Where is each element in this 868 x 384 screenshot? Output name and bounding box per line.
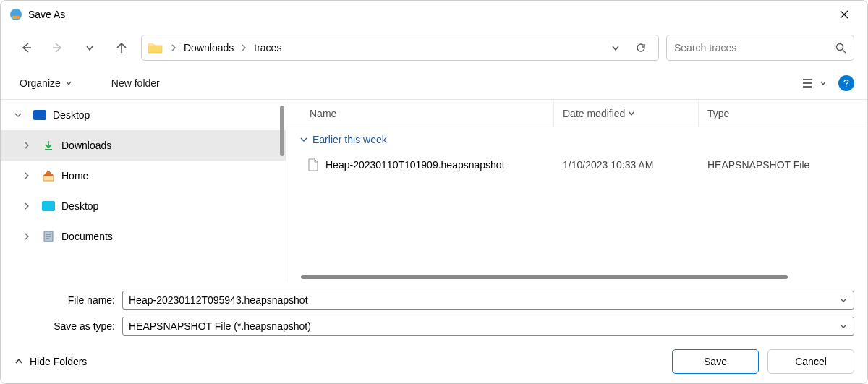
savetype-label: Save as type:	[14, 320, 115, 332]
breadcrumb-traces[interactable]: traces	[250, 42, 286, 54]
savetype-select[interactable]: HEAPSNAPSHOT File (*.heapsnapshot)	[122, 317, 854, 336]
search-input[interactable]	[674, 42, 835, 54]
recent-dropdown[interactable]	[77, 35, 102, 60]
sidebar-item-label: Documents	[61, 231, 113, 242]
scrollbar-thumb[interactable]	[280, 106, 284, 156]
filename-label: File name:	[14, 294, 115, 306]
file-row[interactable]: Heap-20230110T101909.heapsnapshot 1/10/2…	[286, 152, 867, 178]
close-button[interactable]	[830, 4, 859, 25]
documents-icon	[41, 231, 56, 242]
group-header[interactable]: Earlier this week	[286, 127, 867, 152]
save-button[interactable]: Save	[672, 349, 759, 374]
chevron-right-icon[interactable]	[22, 232, 35, 241]
chevron-down-icon[interactable]	[839, 296, 848, 304]
up-button[interactable]	[109, 35, 134, 60]
address-bar[interactable]: Downloads traces	[141, 35, 659, 61]
download-icon	[41, 140, 56, 151]
folder-icon	[148, 41, 163, 54]
sort-desc-icon	[628, 110, 635, 117]
file-list: Name Date modified Type Earlier this wee…	[286, 100, 867, 282]
help-button[interactable]: ?	[838, 75, 854, 91]
file-date: 1/10/2023 10:33 AM	[554, 159, 699, 171]
svg-point-3	[837, 43, 843, 50]
refresh-button[interactable]	[629, 42, 652, 54]
chevron-right-icon[interactable]	[22, 171, 35, 180]
new-folder-button[interactable]: New folder	[106, 74, 166, 92]
hide-folders-button[interactable]: Hide Folders	[14, 356, 87, 367]
file-icon	[308, 158, 318, 171]
sidebar-item-documents[interactable]: Documents	[1, 221, 286, 252]
desktop-icon	[41, 201, 56, 211]
svg-rect-4	[33, 110, 46, 120]
sidebar-item-label: Home	[61, 170, 88, 182]
sidebar-item-home[interactable]: Home	[1, 161, 286, 191]
forward-button[interactable]	[46, 35, 70, 60]
sidebar-item-desktop[interactable]: Desktop	[1, 100, 286, 130]
home-icon	[41, 170, 56, 182]
chevron-down-icon	[299, 135, 308, 144]
horizontal-scrollbar[interactable]	[301, 275, 788, 279]
address-dropdown[interactable]	[605, 43, 626, 53]
organize-label: Organize	[20, 77, 61, 89]
filename-value: Heap-20230112T095943.heapsnapshot	[129, 294, 308, 306]
search-icon[interactable]	[835, 43, 846, 54]
hide-folders-label: Hide Folders	[30, 356, 87, 367]
svg-rect-5	[42, 201, 55, 211]
cancel-button[interactable]: Cancel	[767, 349, 854, 374]
file-name: Heap-20230110T101909.heapsnapshot	[326, 159, 505, 171]
sidebar-item-label: Downloads	[61, 140, 111, 151]
sidebar-item-label: Desktop	[53, 109, 90, 121]
breadcrumb-downloads[interactable]: Downloads	[179, 42, 238, 54]
chevron-down-icon[interactable]	[839, 322, 848, 330]
chevron-right-icon[interactable]	[22, 141, 35, 150]
new-folder-label: New folder	[111, 77, 160, 89]
back-button[interactable]	[14, 35, 38, 60]
sidebar-item-downloads[interactable]: Downloads	[1, 130, 286, 161]
filename-input[interactable]: Heap-20230112T095943.heapsnapshot	[122, 291, 854, 310]
chevron-down-icon[interactable]	[14, 111, 27, 119]
sidebar-item-desktop2[interactable]: Desktop	[1, 191, 286, 221]
column-header-date[interactable]: Date modified	[554, 100, 699, 127]
desktop-icon	[33, 110, 47, 120]
search-box[interactable]	[666, 35, 854, 61]
file-type: HEAPSNAPSHOT File	[699, 159, 867, 171]
chevron-up-icon	[14, 357, 24, 367]
chevron-right-icon[interactable]	[241, 44, 247, 51]
sidebar-item-label: Desktop	[61, 200, 98, 212]
chevron-right-icon[interactable]	[22, 202, 35, 210]
view-menu[interactable]	[796, 75, 833, 91]
svg-rect-1	[12, 16, 20, 19]
organize-menu[interactable]: Organize	[14, 74, 78, 92]
chevron-right-icon[interactable]	[171, 44, 176, 51]
app-icon	[9, 8, 22, 21]
window-title: Save As	[28, 9, 830, 20]
group-label: Earlier this week	[312, 134, 387, 145]
column-header-type[interactable]: Type	[699, 100, 867, 127]
savetype-value: HEAPSNAPSHOT File (*.heapsnapshot)	[129, 320, 311, 332]
sidebar: Desktop Downloads Home	[1, 100, 286, 282]
column-header-name[interactable]: Name	[286, 100, 554, 127]
svg-rect-2	[148, 43, 153, 46]
